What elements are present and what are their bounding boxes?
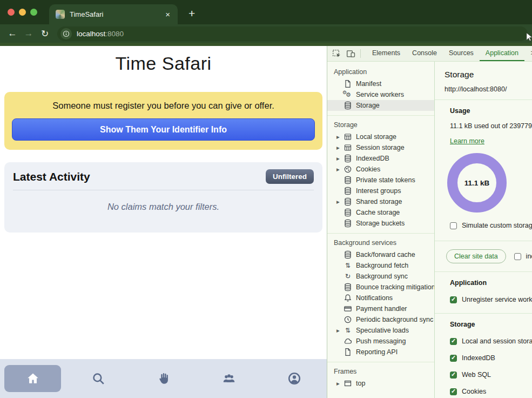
sidebar-item-shared-storage[interactable]: ▶Shared storage xyxy=(327,196,434,207)
file-icon xyxy=(344,348,352,356)
expander-icon[interactable]: ▶ xyxy=(336,145,344,150)
expander-icon[interactable]: ▶ xyxy=(336,156,344,161)
application-section-title: Application xyxy=(450,279,532,287)
devtools-tab-sources[interactable]: Sources xyxy=(443,46,480,61)
people-icon xyxy=(222,372,236,386)
sidebar-item-bounce-tracking-mitigations[interactable]: Bounce tracking mitigations xyxy=(327,282,434,293)
url-port: :8080 xyxy=(105,30,124,38)
sidebar-item-payment-handler[interactable]: Payment handler xyxy=(327,303,434,314)
application-clear-list: Unregister service workers xyxy=(450,296,532,303)
sidebar-item-indexeddb[interactable]: ▶IndexedDB xyxy=(327,153,434,164)
device-toolbar-icon[interactable] xyxy=(346,49,355,58)
mouse-cursor-icon xyxy=(526,32,532,41)
nav-item-people[interactable] xyxy=(196,359,261,398)
tree-item-label: Speculative loads xyxy=(356,327,409,334)
sidebar-item-manifest[interactable]: Manifest xyxy=(327,78,434,89)
sidebar-item-background-sync[interactable]: ↻Background sync xyxy=(327,271,434,282)
simulate-quota-row: Simulate custom storage quota xyxy=(450,222,532,229)
tree-item-label: Private state tokens xyxy=(356,176,415,184)
panel-header: Storage http://localhost:8080/ xyxy=(435,62,532,100)
sidebar-item-notifications[interactable]: Notifications xyxy=(327,293,434,303)
sidebar-item-speculative-loads[interactable]: ▶⇅Speculative loads xyxy=(327,325,434,336)
back-icon[interactable]: ← xyxy=(4,28,21,39)
nav-item-home[interactable] xyxy=(0,359,65,398)
third-party-cookies-checkbox[interactable] xyxy=(514,253,521,260)
database-icon xyxy=(344,283,352,291)
devtools-tab-application[interactable]: Application xyxy=(480,46,524,61)
database-icon xyxy=(344,197,352,206)
sync-icon: ↻ xyxy=(344,272,352,281)
table-icon xyxy=(344,132,352,141)
devtools-tab-elements[interactable]: Elements xyxy=(366,46,406,61)
checkbox-unregister-service-workers[interactable] xyxy=(450,296,457,303)
sidebar-item-private-state-tokens[interactable]: Private state tokens xyxy=(327,175,434,185)
expander-icon[interactable]: ▶ xyxy=(336,167,344,172)
sidebar-item-background-fetch[interactable]: ⇅Background fetch xyxy=(327,260,434,271)
tree-item-label: top xyxy=(356,380,365,387)
expander-icon[interactable]: ▶ xyxy=(336,328,344,333)
latest-activity-card: Latest Activity Unfiltered No claims mat… xyxy=(4,162,322,233)
inspect-element-icon[interactable] xyxy=(332,49,341,58)
sidebar-item-service-workers[interactable]: ⚙⚙Service workers xyxy=(327,89,434,100)
sidebar-item-local-storage[interactable]: ▶Local storage xyxy=(327,131,434,142)
devtools-tab-console[interactable]: Console xyxy=(406,46,443,61)
table-icon xyxy=(344,143,352,152)
nav-item-profile[interactable] xyxy=(261,359,327,398)
sidebar-item-cookies[interactable]: ▶Cookies xyxy=(327,164,434,175)
sidebar-item-cache-storage[interactable]: Cache storage xyxy=(327,207,434,218)
window-controls xyxy=(0,9,43,24)
checkbox-row-cookies: Cookies xyxy=(450,388,532,395)
card-icon xyxy=(344,304,352,313)
show-identifier-info-button[interactable]: Show Them Your Identifier Info xyxy=(12,118,315,141)
checkbox-label: IndexedDB xyxy=(462,354,495,362)
tree-section-divider xyxy=(327,115,434,116)
sidebar-item-push-messaging[interactable]: Push messaging xyxy=(327,336,434,347)
activity-divider xyxy=(13,190,314,190)
tree-section-divider xyxy=(327,233,434,234)
expander-icon[interactable]: ▶ xyxy=(336,135,344,140)
sidebar-item-top[interactable]: ▶top xyxy=(327,378,434,389)
expander-icon[interactable]: ▶ xyxy=(336,381,344,386)
sidebar-item-reporting-api[interactable]: Reporting API xyxy=(327,347,434,357)
checkbox-web-sql[interactable] xyxy=(450,372,457,379)
alert-message: Someone must register you before you can… xyxy=(12,101,315,111)
sidebar-item-session-storage[interactable]: ▶Session storage xyxy=(327,142,434,153)
search-icon xyxy=(91,372,105,386)
minimize-window-button[interactable] xyxy=(19,9,26,16)
learn-more-link[interactable]: Learn more xyxy=(450,137,484,145)
new-tab-button[interactable]: + xyxy=(188,7,195,20)
nav-item-search[interactable] xyxy=(65,359,131,398)
sidebar-item-storage[interactable]: Storage xyxy=(327,100,434,111)
expander-icon[interactable]: ▶ xyxy=(336,200,344,204)
database-icon xyxy=(344,208,352,217)
browser-tab-bar: TimeSafari × + xyxy=(0,0,532,24)
checkbox-cookies[interactable] xyxy=(450,388,457,395)
tab-close-icon[interactable]: × xyxy=(164,10,171,19)
sidebar-item-interest-groups[interactable]: Interest groups xyxy=(327,185,434,196)
tree-section-title-frames: Frames xyxy=(327,365,434,378)
site-info-icon[interactable] xyxy=(60,28,72,39)
database-icon xyxy=(344,101,352,110)
tree-item-label: Periodic background sync xyxy=(356,316,433,323)
checkbox-indexeddb[interactable] xyxy=(450,355,457,362)
simulate-quota-checkbox[interactable] xyxy=(450,222,457,229)
reload-icon[interactable]: ↻ xyxy=(37,28,53,39)
zoom-window-button[interactable] xyxy=(30,9,37,16)
forward-icon[interactable]: → xyxy=(21,28,37,39)
browser-tab[interactable]: TimeSafari × xyxy=(49,4,178,24)
close-window-button[interactable] xyxy=(8,9,15,16)
unfiltered-button[interactable]: Unfiltered xyxy=(266,169,314,184)
sidebar-item-back-forward-cache[interactable]: Back/forward cache xyxy=(327,249,434,260)
application-clear-section: Application Unregister service workers xyxy=(435,272,532,313)
nav-item-hand[interactable] xyxy=(131,359,196,398)
checkbox-row-local-and-session-storage: Local and session storage xyxy=(450,337,532,345)
sidebar-item-periodic-background-sync[interactable]: Periodic background sync xyxy=(327,314,434,325)
address-bar[interactable]: localhost:8080 xyxy=(57,26,528,41)
checkbox-local-and-session-storage[interactable] xyxy=(450,338,457,345)
tree-item-label: Cookies xyxy=(356,165,380,173)
clear-site-data-button[interactable]: Clear site data xyxy=(446,249,506,263)
bell-icon xyxy=(344,294,352,302)
storage-panel: Storage http://localhost:8080/ Usage 11.… xyxy=(435,62,532,398)
tree-item-label: Cache storage xyxy=(356,209,400,216)
sidebar-item-storage-buckets[interactable]: Storage buckets xyxy=(327,218,434,229)
